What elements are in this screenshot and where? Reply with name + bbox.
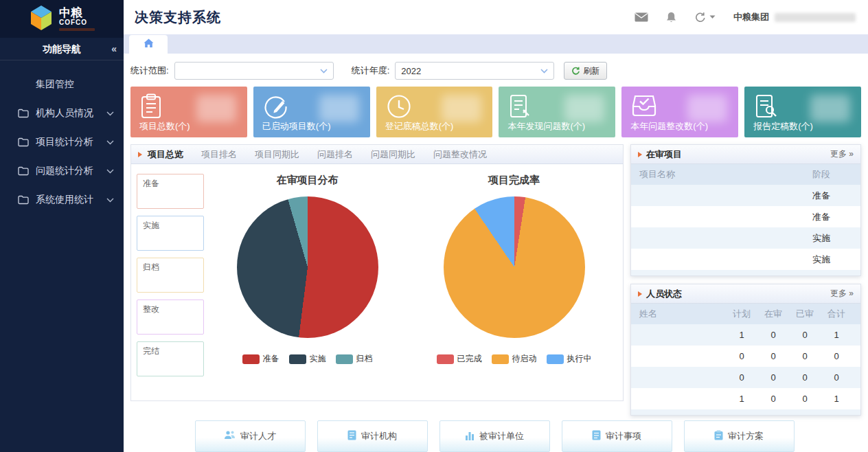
brand-en: COFCO [59, 19, 95, 27]
legend-swatch [437, 354, 454, 364]
underway-more-link[interactable]: 更多 » [830, 148, 854, 160]
folder-icon [18, 195, 29, 205]
people-icon [224, 430, 236, 442]
sidebar-item-project-stats[interactable]: 项目统计分析 [0, 128, 124, 157]
org-doc-icon [347, 430, 356, 442]
legend-swatch [492, 354, 509, 364]
table-row[interactable]: 准备 [631, 206, 860, 227]
tab-issue-ranking[interactable]: 问题排名 [317, 148, 353, 161]
clipboard-icon [140, 93, 162, 122]
tab-issue-yoy[interactable]: 问题同期比 [371, 148, 415, 161]
project-overview-panel: 项目总览 项目排名 项目同期比 问题排名 问题同期比 问题整改情况 准备 实施 … [130, 144, 624, 401]
table-row[interactable]: 准备 [631, 270, 860, 276]
tab-issue-rectification[interactable]: 问题整改情况 [433, 148, 487, 161]
underway-projects-panel: 在审项目 更多 » 项目名称 阶段 准备 准备 实施 实施 准备 [630, 144, 861, 276]
tab-project-ranking[interactable]: 项目排名 [201, 148, 237, 161]
scope-label: 统计范围: [130, 65, 169, 77]
folder-icon [18, 137, 29, 147]
chevron-down-icon [106, 140, 114, 145]
chart-title: 项目完成率 [488, 174, 540, 187]
chevron-down-icon [320, 69, 328, 74]
stage-box-rectify: 整改 [137, 300, 204, 335]
folder-icon [18, 166, 29, 176]
right-column: 在审项目 更多 » 项目名称 阶段 准备 准备 实施 实施 准备 [630, 144, 861, 416]
legend-swatch [336, 354, 353, 364]
year-select[interactable]: 2022 [395, 62, 554, 80]
year-label: 统计年度: [352, 65, 390, 77]
tab-strip [124, 34, 868, 54]
card-final-reports[interactable]: 报告定稿数(个) [744, 87, 861, 137]
doc-search-icon [754, 93, 779, 122]
card-total-projects[interactable]: 项目总数(个) [130, 87, 247, 137]
legend-swatch [242, 354, 260, 364]
legend-swatch [289, 354, 306, 364]
tab-project-overview[interactable]: 项目总览 [148, 148, 183, 161]
stage-box-archive: 归档 [137, 258, 204, 293]
card-issues-found[interactable]: 本年发现问题数(个) [499, 87, 615, 137]
refresh-icon [571, 67, 580, 76]
sidebar-item-personnel[interactable]: 机构人员情况 [0, 99, 124, 128]
cofco-logo: 中粮 COFCO [0, 0, 124, 38]
card-started-projects[interactable]: 已启动项目数(个) [253, 87, 370, 137]
quick-links: 审计人才 审计机构 被审计单位 [128, 420, 861, 452]
auditee-unit-button[interactable]: 被审计单位 [439, 420, 550, 452]
table-header: 项目名称 阶段 [631, 164, 860, 185]
chevron-down-icon [540, 69, 548, 74]
sidebar-item-system-usage[interactable]: 系统使用统计 [0, 185, 124, 214]
tab-project-yoy[interactable]: 项目同期比 [255, 148, 299, 161]
document-icon [592, 430, 601, 442]
table-row[interactable]: 0000 [631, 367, 860, 388]
sidebar-header: 功能导航 « [0, 38, 124, 60]
app-root: 中粮 COFCO 功能导航 « 集团管控 机构人员情况 [0, 0, 868, 452]
scope-select[interactable] [174, 62, 334, 80]
dashboard-content: 统计范围: 统计年度: 2022 刷新 [124, 54, 868, 452]
pie-chart[interactable] [444, 196, 585, 338]
card-working-papers[interactable]: 登记底稿总数(个) [376, 87, 493, 137]
pie-chart[interactable] [237, 196, 378, 338]
pie-legend: 准备 实施 归档 [242, 353, 373, 365]
top-header: 决策支持系统 中粮集团 [124, 0, 868, 34]
chart-title: 在审项目分布 [277, 174, 339, 187]
stage-box-complete: 完结 [137, 341, 204, 376]
cofco-cube-icon [29, 5, 54, 34]
table-row[interactable]: 实施 [631, 249, 860, 270]
stage-box-implement: 实施 [137, 216, 204, 251]
audit-matters-button[interactable]: 审计事项 [562, 420, 672, 452]
refresh-dropdown-icon[interactable] [694, 12, 716, 23]
doc-gavel-icon [508, 93, 533, 122]
sidebar-collapse-icon[interactable]: « [111, 38, 117, 60]
refresh-button[interactable]: 刷新 [564, 62, 607, 80]
sidebar-item-group-control[interactable]: 集团管控 [0, 70, 124, 99]
sidebar-menu: 集团管控 机构人员情况 项目统计分析 [0, 60, 124, 214]
personnel-more-link[interactable]: 更多 » [830, 288, 854, 300]
inbox-check-icon [631, 93, 657, 121]
chevron-down-icon [106, 198, 114, 203]
table-row[interactable]: 1001 [631, 388, 860, 409]
audit-plan-button[interactable]: 审计方案 [684, 420, 795, 452]
pie-completion-rate: 项目完成率 已完成 待启动 执行中 [411, 171, 617, 376]
home-icon [144, 38, 154, 51]
tab-home[interactable] [129, 35, 168, 54]
card-issues-rectified[interactable]: 本年问题整改数(个) [621, 87, 738, 137]
mail-icon[interactable] [635, 12, 648, 22]
table-row[interactable]: 1001 [631, 324, 860, 346]
sidebar-item-issue-stats[interactable]: 问题统计分析 [0, 157, 124, 185]
table-row[interactable]: 0000 [631, 346, 860, 367]
card-value-redacted [196, 95, 236, 122]
brand-tagline [59, 28, 95, 31]
table-row[interactable]: 实施 [631, 227, 860, 249]
audit-talent-button[interactable]: 审计人才 [195, 420, 306, 452]
user-name-redacted[interactable] [775, 13, 856, 22]
audit-org-button[interactable]: 审计机构 [317, 420, 428, 452]
card-value-redacted [442, 95, 481, 122]
panel-tab-bar: 项目总览 项目排名 项目同期比 问题排名 问题同期比 问题整改情况 [131, 145, 623, 164]
table-row[interactable]: 准备 [631, 185, 860, 206]
clock-icon [386, 93, 412, 122]
clipboard-icon [714, 430, 723, 442]
stat-cards: 项目总数(个) 已启动项目数(个) 登记底稿总数(个) [128, 87, 861, 137]
brand-cn: 中粮 [59, 7, 95, 19]
bell-icon[interactable] [666, 12, 676, 23]
stage-box-prepare: 准备 [137, 174, 204, 209]
pie-legend: 已完成 待启动 执行中 [437, 353, 592, 365]
table-row[interactable]: 0000 [631, 409, 860, 416]
